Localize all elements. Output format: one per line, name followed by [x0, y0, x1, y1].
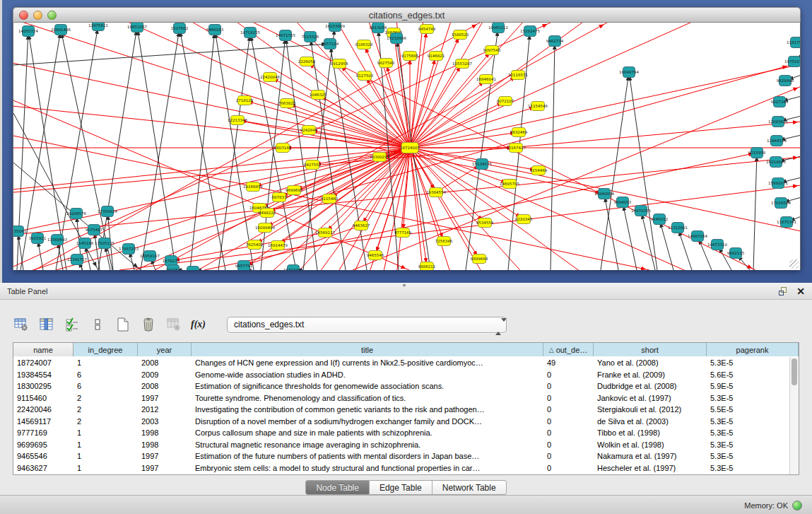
table-cell[interactable]: 5.5E-5 [707, 404, 789, 416]
graph-edge[interactable] [137, 27, 176, 270]
graph-node[interactable]: 9832469 [510, 128, 528, 137]
table-cell[interactable]: 1 [73, 357, 138, 369]
table-cell[interactable]: 18724007 [13, 357, 73, 369]
graph-edge[interactable] [13, 96, 410, 148]
graph-node[interactable]: 17016504 [771, 198, 791, 209]
graph-node[interactable]: 8186328 [355, 40, 373, 49]
graph-edge[interactable] [190, 30, 215, 270]
table-cell[interactable]: 0 [543, 450, 594, 462]
graph-edge[interactable] [410, 23, 741, 148]
table-cell[interactable]: Stergiakouli et al. (2012) [594, 404, 707, 416]
table-cell[interactable]: 5.3E-5 [707, 392, 789, 404]
table-cell[interactable]: 2003 [138, 416, 192, 428]
graph-node[interactable]: 1145196 [76, 238, 94, 249]
graph-edge[interactable] [270, 77, 410, 148]
table-cell[interactable]: 6 [73, 380, 138, 392]
table-cell[interactable]: 5.3E-5 [707, 462, 789, 474]
table-cell[interactable]: 9463627 [13, 462, 73, 474]
graph-node[interactable]: 9699695 [286, 186, 303, 195]
graph-edge[interactable] [141, 28, 180, 270]
graph-node[interactable]: 1527602 [171, 23, 189, 34]
graph-node[interactable]: 12444154 [767, 136, 787, 146]
graph-edge[interactable] [629, 72, 657, 270]
graph-node[interactable]: 19751074 [784, 57, 801, 67]
table-cell[interactable]: 5.3E-5 [707, 427, 789, 439]
table-cell[interactable]: 19384554 [13, 369, 73, 381]
table-cell[interactable]: Disruption of a novel member of a sodium… [192, 416, 543, 428]
table-cell[interactable]: Tibbo et al. (1998) [594, 427, 707, 439]
table-cell[interactable]: 2 [73, 416, 138, 428]
column-header-title[interactable]: title [192, 343, 543, 356]
graph-node[interactable]: 8454749 [418, 25, 436, 34]
graph-node[interactable]: 9154469 [530, 166, 548, 175]
table-row[interactable]: 946362711997Embryonic stem cells: a mode… [13, 462, 789, 474]
graph-node[interactable]: 14695785 [500, 180, 519, 189]
table-cell[interactable]: 0 [543, 462, 594, 474]
graph-edge[interactable] [601, 72, 629, 270]
graph-edge[interactable] [410, 29, 427, 148]
table-cell[interactable]: 5.3E-5 [707, 439, 789, 451]
table-cell[interactable]: 2009 [138, 369, 192, 381]
graph-node[interactable]: 9175685 [401, 52, 419, 61]
resize-grip-icon[interactable] [789, 259, 799, 269]
graph-node[interactable]: 15718485 [283, 265, 303, 271]
new-column-button[interactable] [114, 316, 131, 333]
graph-node[interactable]: 9146821 [428, 52, 445, 61]
table-cell[interactable]: 5.3E-5 [707, 416, 789, 428]
table-cell[interactable]: de Silva et al. (2003) [594, 416, 707, 428]
graph-node[interactable]: 8899664 [471, 255, 488, 264]
graph-node[interactable]: 9463627 [353, 221, 370, 230]
graph-node[interactable]: 14569117 [315, 228, 335, 238]
graph-node[interactable]: 9227349 [771, 97, 789, 107]
table-cell[interactable]: 0 [543, 392, 594, 404]
graph-node[interactable]: 20891406 [51, 25, 71, 35]
table-cell[interactable]: Hescheler et al. (1997) [594, 462, 707, 474]
graph-node[interactable]: 9215958 [748, 148, 766, 158]
graph-node[interactable]: 9882115 [727, 248, 745, 259]
graph-node[interactable]: 9465546 [367, 251, 384, 260]
table-cell[interactable]: 2012 [138, 404, 192, 416]
graph-node[interactable]: 9886211 [418, 262, 436, 271]
scrollbar-thumb[interactable] [792, 358, 797, 385]
table-cell[interactable]: 1997 [138, 450, 192, 462]
table-cell[interactable]: 2008 [138, 380, 192, 392]
table-panel-header[interactable]: Table Panel ✕ [0, 283, 812, 300]
graph-node[interactable]: 9534554 [476, 218, 494, 228]
graph-node[interactable]: 11817541 [787, 37, 801, 48]
table-settings-button[interactable] [13, 316, 30, 333]
graph-edge[interactable] [98, 27, 137, 270]
graph-node[interactable]: 14055724 [18, 26, 38, 37]
graph-node[interactable]: 10553287 [452, 59, 472, 69]
tab-edge-table[interactable]: Edge Table [370, 480, 433, 495]
graph-node[interactable]: 18724007 [400, 143, 420, 153]
network-canvas[interactable]: 1016742791544691469578582203459534554889… [13, 23, 801, 270]
splitter-handle-icon[interactable] [401, 284, 407, 287]
table-cell[interactable]: 9115460 [13, 392, 73, 404]
table-cell[interactable]: Wolkin et al. (1998) [594, 439, 707, 451]
graph-node[interactable]: 1588520 [452, 30, 469, 40]
function-builder-button[interactable]: f(x) [191, 316, 206, 333]
graph-node[interactable]: 19166852 [243, 182, 263, 192]
table-cell[interactable]: 5.3E-5 [707, 450, 789, 462]
graph-node[interactable]: 16958107 [140, 251, 160, 262]
graph-node[interactable]: 8072107 [497, 97, 514, 106]
graph-node[interactable]: 16840954 [594, 189, 614, 199]
table-cell[interactable]: 9465546 [13, 450, 73, 462]
graph-node[interactable]: 9827548 [377, 59, 395, 68]
graph-node[interactable]: 12475611 [88, 23, 108, 31]
graph-node[interactable]: 13505135 [95, 238, 114, 249]
graph-node[interactable]: 7663822 [278, 99, 296, 108]
float-panel-icon[interactable] [779, 287, 788, 296]
table-cell[interactable]: 1 [73, 462, 138, 474]
graph-node[interactable]: 16099489 [255, 223, 275, 233]
column-header-name[interactable]: name [13, 343, 73, 356]
table-cell[interactable]: Corpus callosum shape and size in male p… [192, 427, 543, 439]
graph-node[interactable]: 782759 [166, 265, 181, 271]
row-height-button[interactable] [89, 316, 106, 333]
table-cell[interactable]: 5.9E-5 [707, 380, 789, 392]
graph-edge[interactable] [753, 153, 757, 270]
graph-node[interactable]: 11675341 [777, 217, 796, 228]
table-row[interactable]: 969969511998Structural magnetic resonanc… [13, 439, 789, 451]
graph-node[interactable]: 8912954 [331, 59, 348, 69]
table-cell[interactable]: Structural magnetic resonance image aver… [192, 439, 543, 451]
